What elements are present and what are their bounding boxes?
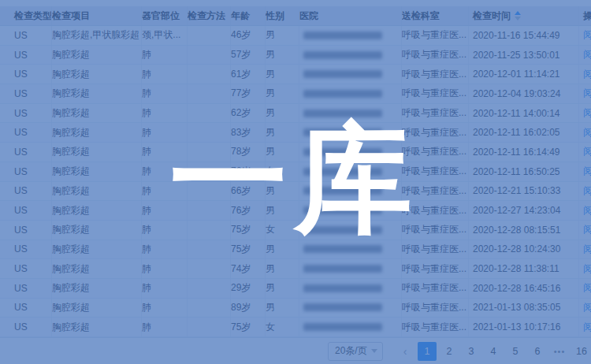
cell-hospital bbox=[299, 299, 402, 318]
table-row: US胸腔彩超,甲状腺彩超颈,甲状...46岁男呼吸与重症医...2020-11-… bbox=[0, 26, 591, 46]
view-images-link[interactable]: 阅片 bbox=[583, 126, 591, 139]
cell-item: 胸腔彩超 bbox=[52, 162, 142, 181]
view-images-link[interactable]: 阅片 bbox=[583, 165, 591, 178]
cell-action: 阅片 bbox=[579, 104, 591, 123]
column-header-time[interactable]: 检查时间 bbox=[469, 6, 579, 25]
page-button-5[interactable]: 5 bbox=[506, 342, 525, 361]
page-button-6[interactable]: 6 bbox=[528, 342, 547, 361]
table-row: US胸腔彩超肺62岁男呼吸与重症医...2020-12-11 14:00:14阅… bbox=[0, 104, 591, 124]
cell-organ: 肺 bbox=[142, 259, 188, 278]
cell-item: 胸腔彩超 bbox=[52, 65, 142, 84]
cell-action: 阅片 bbox=[579, 84, 591, 103]
cell-type: US bbox=[0, 46, 52, 65]
cell-organ: 肺 bbox=[142, 299, 188, 318]
page-button-2[interactable]: 2 bbox=[440, 342, 459, 361]
cell-action: 阅片 bbox=[579, 143, 591, 162]
exam-records-page: 检查类型检查项目器官部位检查方法年龄性别医院送检科室检查时间操作 US胸腔彩超,… bbox=[0, 0, 591, 364]
exam-records-table: 检查类型检查项目器官部位检查方法年龄性别医院送检科室检查时间操作 US胸腔彩超,… bbox=[0, 6, 591, 337]
cell-age: 77岁 bbox=[231, 84, 266, 103]
page-size-select[interactable]: 20条/页 bbox=[328, 342, 383, 361]
redacted-hospital-name bbox=[303, 187, 382, 195]
view-images-link[interactable]: 阅片 bbox=[583, 87, 591, 100]
page-button-1[interactable]: 1 bbox=[418, 342, 437, 361]
redacted-hospital-name bbox=[303, 226, 382, 234]
view-images-link[interactable]: 阅片 bbox=[583, 28, 591, 42]
cell-hospital bbox=[299, 221, 402, 240]
cell-organ: 肺 bbox=[142, 46, 188, 65]
cell-time: 2020-12-11 16:50:25 bbox=[469, 162, 579, 181]
cell-action: 阅片 bbox=[579, 221, 591, 240]
redacted-hospital-name bbox=[303, 128, 382, 136]
view-images-link[interactable]: 阅片 bbox=[583, 106, 591, 120]
view-images-link[interactable]: 阅片 bbox=[583, 262, 591, 276]
sort-ascending-icon[interactable] bbox=[515, 11, 521, 20]
cell-method bbox=[188, 182, 231, 201]
cell-type: US bbox=[0, 299, 52, 318]
view-images-link[interactable]: 阅片 bbox=[583, 281, 591, 295]
cell-action: 阅片 bbox=[579, 46, 591, 65]
view-images-link[interactable]: 阅片 bbox=[583, 204, 591, 217]
view-images-link[interactable]: 阅片 bbox=[583, 301, 591, 314]
cell-type: US bbox=[0, 279, 52, 298]
cell-time: 2020-12-11 16:02:05 bbox=[469, 123, 579, 142]
cell-gender: 男 bbox=[266, 26, 299, 45]
cell-method bbox=[188, 221, 231, 240]
cell-gender: 男 bbox=[266, 201, 299, 220]
cell-type: US bbox=[0, 259, 52, 278]
cell-type: US bbox=[0, 318, 52, 336]
table-row: US胸腔彩超肺61岁男呼吸与重症医...2020-12-01 11:14:21阅… bbox=[0, 65, 591, 84]
cell-item: 胸腔彩超 bbox=[52, 123, 142, 142]
cell-dept: 呼吸与重症医... bbox=[402, 259, 469, 278]
redacted-hospital-name bbox=[303, 32, 382, 39]
view-images-link[interactable]: 阅片 bbox=[583, 48, 591, 61]
column-header-gender: 性别 bbox=[266, 6, 299, 25]
table-row: US胸腔彩超肺89岁男呼吸与重症医...2021-01-13 08:35:05阅… bbox=[0, 299, 591, 318]
page-number-list: 123456•••16 bbox=[416, 342, 591, 361]
cell-time: 2020-12-28 11:38:11 bbox=[469, 259, 579, 278]
cell-method bbox=[188, 104, 231, 123]
table-row: US胸腔彩超肺75岁男呼吸与重症医...2020-12-28 10:24:30阅… bbox=[0, 240, 591, 260]
cell-type: US bbox=[0, 182, 52, 201]
cell-dept: 呼吸与重症医... bbox=[402, 46, 469, 65]
page-button-3[interactable]: 3 bbox=[462, 342, 481, 361]
cell-method bbox=[188, 279, 231, 298]
cell-time: 2021-01-13 08:35:05 bbox=[469, 299, 579, 318]
cell-age: 78岁 bbox=[231, 143, 266, 162]
cell-time: 2020-12-11 14:00:14 bbox=[469, 104, 579, 123]
view-images-link[interactable]: 阅片 bbox=[583, 223, 591, 236]
cell-item: 胸腔彩超 bbox=[52, 279, 142, 298]
cell-hospital bbox=[299, 240, 402, 259]
view-images-link[interactable]: 阅片 bbox=[583, 243, 591, 256]
cell-item: 胸腔彩超 bbox=[52, 240, 142, 259]
cell-gender: 男 bbox=[266, 279, 299, 298]
cell-gender: 男 bbox=[266, 143, 299, 162]
cell-method bbox=[188, 65, 231, 84]
cell-item: 胸腔彩超 bbox=[52, 182, 142, 201]
cell-item: 胸腔彩超 bbox=[52, 221, 142, 240]
cell-action: 阅片 bbox=[579, 182, 591, 201]
cell-organ: 肺 bbox=[142, 318, 188, 336]
page-button-4[interactable]: 4 bbox=[484, 342, 503, 361]
view-images-link[interactable]: 阅片 bbox=[583, 184, 591, 198]
table-row: US胸腔彩超肺78岁男呼吸与重症医...2020-12-11 16:14:49阅… bbox=[0, 143, 591, 162]
cell-item: 胸腔彩超 bbox=[52, 318, 142, 336]
cell-method bbox=[188, 259, 231, 278]
view-images-link[interactable]: 阅片 bbox=[583, 145, 591, 158]
page-button-16[interactable]: 16 bbox=[572, 342, 591, 361]
cell-item: 胸腔彩超 bbox=[52, 201, 142, 220]
cell-age: 76岁 bbox=[231, 162, 266, 181]
prev-page-button[interactable]: ‹ bbox=[396, 342, 414, 361]
cell-action: 阅片 bbox=[579, 162, 591, 181]
more-pages-button[interactable]: ••• bbox=[550, 342, 569, 361]
cell-age: 89岁 bbox=[231, 299, 266, 318]
cell-organ: 肺 bbox=[142, 240, 188, 259]
cell-gender: 男 bbox=[266, 104, 299, 123]
view-images-link[interactable]: 阅片 bbox=[583, 321, 591, 334]
view-images-link[interactable]: 阅片 bbox=[583, 68, 591, 81]
cell-action: 阅片 bbox=[579, 201, 591, 220]
column-header-action: 操作 bbox=[579, 6, 591, 25]
cell-method bbox=[188, 299, 231, 318]
table-row: US胸腔彩超肺76岁男呼吸与重症医...2020-12-27 14:23:04阅… bbox=[0, 201, 591, 221]
cell-dept: 呼吸与重症医... bbox=[402, 123, 469, 142]
cell-gender: 男 bbox=[266, 65, 299, 84]
